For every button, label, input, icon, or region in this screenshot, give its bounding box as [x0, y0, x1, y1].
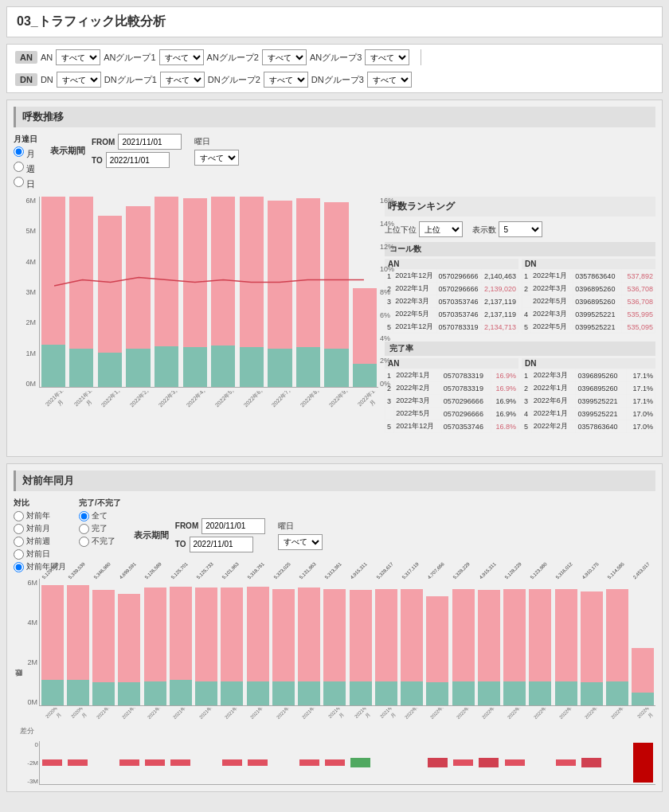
diff-bar-item: [400, 741, 424, 784]
page-container: 03_トラフィック比較分析 AN AN すべて ANグループ1 すべて ANグル…: [0, 0, 669, 812]
yoy-bar: [350, 590, 372, 705]
yoy-section: 対前年同月 対比 対前年 対前月 対前週 対前日 対前年同月 完了/不完了 全て…: [6, 463, 663, 792]
bar-teal: [606, 681, 628, 705]
completion-label: 完了/不完了: [79, 498, 121, 509]
yoy-period-label: 表示期間: [134, 529, 169, 541]
filter-bar: AN AN すべて ANグループ1 すべて ANグループ2 すべて ANグループ…: [6, 44, 663, 93]
rank-pos-select[interactable]: 上位: [419, 221, 463, 237]
line-overlay: [40, 197, 378, 387]
bar-teal: [401, 681, 423, 705]
radio-day-label[interactable]: 日: [14, 177, 37, 190]
bar-teal: [92, 682, 115, 705]
yoy-bar-item: 5,125,733: [194, 579, 219, 705]
an-group3-select[interactable]: すべて: [365, 49, 409, 65]
dn-select[interactable]: すべて: [57, 72, 101, 88]
weekday-select[interactable]: すべて: [194, 150, 239, 166]
yoy-chart-area: 総呼数 6M 4M 2M 0M 5,129,5005,339,5395,346,…: [14, 579, 655, 785]
dn-group1-select[interactable]: すべて: [160, 72, 205, 88]
yoy-y-axis: 6M 4M 2M 0M: [20, 579, 37, 706]
diff-bar-item: [117, 741, 142, 784]
yoy-x-label: 2022年6月: [531, 708, 559, 727]
bar-pink: [426, 596, 448, 682]
display-count-select[interactable]: 5: [499, 221, 542, 237]
radio-complete[interactable]: 完了: [79, 523, 121, 534]
bar-teal: [67, 680, 89, 705]
diff-bar-item: [451, 741, 475, 784]
yoy-bar: [555, 589, 577, 705]
diff-bar: [428, 758, 448, 767]
radio-month[interactable]: [14, 146, 24, 157]
radio-week[interactable]: [14, 162, 24, 172]
to-input[interactable]: [106, 152, 170, 168]
table-row: 2022年5月057029666616.9%: [385, 408, 518, 420]
yoy-from-label: FROM: [175, 521, 198, 530]
dn-group2-select[interactable]: すべて: [264, 72, 308, 88]
radio-prev-week[interactable]: 対前週: [14, 536, 66, 547]
bar-pink: [221, 588, 243, 681]
bar-pink: [375, 589, 397, 681]
bar-teal: [247, 681, 269, 705]
bar-pink: [247, 587, 269, 681]
date-unit-group: 月達日 月 週 日: [14, 134, 37, 190]
y-labels-left: 6M 5M 4M 3M 2M 1M 0M: [14, 197, 36, 388]
bar-teal: [323, 681, 346, 705]
diff-bar: [556, 759, 576, 766]
radio-prev-month[interactable]: 対前月: [14, 523, 66, 534]
yoy-from-input[interactable]: [201, 518, 265, 534]
display-count-group: 表示数 5: [472, 221, 542, 237]
an-group2-label: ANグループ2: [207, 52, 259, 64]
dn-group3-label: DNグループ3: [311, 74, 364, 86]
radio-day[interactable]: [14, 177, 24, 187]
yoy-bar-item: 5,126,589: [143, 579, 167, 705]
bar-teal: [195, 681, 217, 705]
dn-group2-label: DNグループ2: [208, 74, 260, 86]
comp-rate-header: 完了率: [385, 342, 655, 356]
radio-incomplete[interactable]: 不完了: [79, 536, 121, 547]
yoy-bar-item: 5,101,963: [220, 579, 245, 705]
yoy-bar-item: 5,316,012: [554, 579, 578, 705]
yoy-x-label: 2022年4月: [480, 708, 508, 727]
an-group2-select[interactable]: すべて: [262, 49, 307, 65]
period-label: 表示期間: [50, 145, 85, 157]
weekday-group: 曜日 すべて: [194, 136, 239, 166]
yoy-to-input[interactable]: [190, 537, 253, 552]
comp-an-section: AN 12022年1月057078331916.9%22022年2月057078…: [385, 358, 518, 438]
filter-divider: [421, 49, 421, 65]
from-input[interactable]: [118, 134, 182, 150]
yoy-bar-item: 5,114,585: [605, 579, 630, 705]
call-trend-controls: 月達日 月 週 日 表示期間 FROM TO: [14, 134, 655, 190]
to-label: TO: [92, 156, 103, 165]
bar-teal: [170, 680, 192, 705]
an-select[interactable]: すべて: [56, 49, 100, 65]
radio-week-label[interactable]: 週: [14, 162, 37, 175]
radio-prev-year[interactable]: 対前年: [14, 510, 66, 521]
radio-prev-day[interactable]: 対前日: [14, 548, 66, 560]
dn-call-table: 12022年1月0357863640537,89222022年3月0396895…: [522, 269, 655, 334]
bar-pink: [350, 590, 372, 681]
call-count-header: コール数: [385, 242, 655, 256]
yoy-x-label: 2022年10月: [634, 708, 655, 727]
radio-month-label[interactable]: 月: [14, 146, 37, 160]
yoy-x-label: 2022年5月: [506, 708, 534, 727]
an-group1-select[interactable]: すべて: [159, 49, 204, 65]
radio-all[interactable]: 全て: [79, 510, 121, 521]
an-group1-label: ANグループ1: [104, 52, 155, 64]
table-row: 22022年1月039689526017.1%: [522, 382, 655, 395]
yoy-weekday-select[interactable]: すべて: [278, 534, 323, 550]
an-comp-table: 12022年1月057078331916.9%22022年2月057078331…: [385, 369, 518, 433]
dn-group3-select[interactable]: すべて: [367, 72, 412, 88]
yoy-x-label: 2022年8月: [583, 708, 611, 727]
diff-bar-item: [323, 741, 347, 784]
diff-bar-item: [631, 741, 655, 784]
table-row: 32022年6月039952522117.1%: [522, 395, 655, 408]
yoy-bar-chart: 5,129,5005,339,5395,346,9804,699,5915,12…: [39, 579, 655, 706]
yoy-bar: [144, 588, 166, 705]
yoy-bar-item: 4,915,311: [476, 579, 501, 705]
yoy-x-label: 2022年3月: [454, 708, 482, 727]
table-row: 42022年3月0399525221535,995: [522, 308, 655, 321]
bar-pink: [632, 648, 654, 693]
yoy-to-row: TO: [175, 537, 265, 552]
diff-bar: [119, 759, 139, 766]
yoy-bar: [426, 596, 448, 705]
yoy-bar-item: 4,915,311: [348, 579, 373, 705]
